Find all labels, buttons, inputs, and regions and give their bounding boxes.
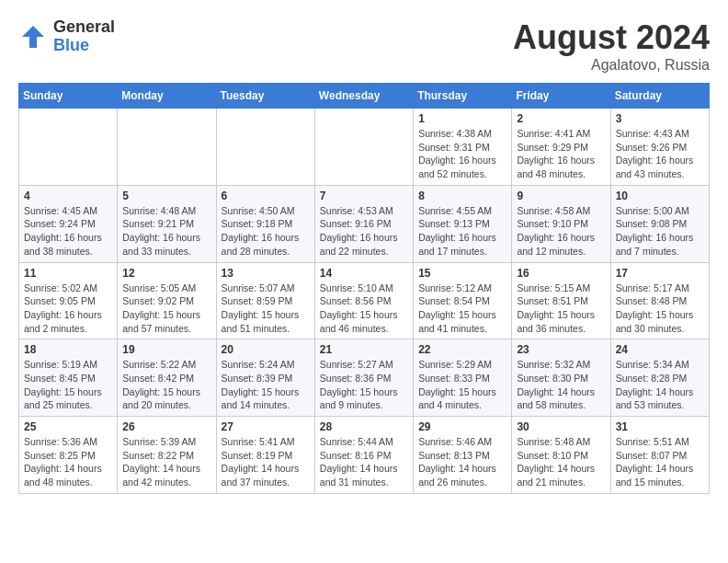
weekday-tuesday: Tuesday xyxy=(216,84,314,109)
day-cell-26-4-1: 26Sunrise: 5:39 AMSunset: 8:22 PMDayligh… xyxy=(118,417,216,494)
day-cell-29-4-4: 29Sunrise: 5:46 AMSunset: 8:13 PMDayligh… xyxy=(414,417,512,494)
day-cell-16-2-5: 16Sunrise: 5:15 AMSunset: 8:51 PMDayligh… xyxy=(512,262,610,339)
weekday-sunday: Sunday xyxy=(19,84,118,109)
day-number-24: 24 xyxy=(616,343,704,356)
svg-marker-0 xyxy=(22,26,44,48)
week-row-5: 25Sunrise: 5:36 AMSunset: 8:25 PMDayligh… xyxy=(19,417,710,494)
day-info-25: Sunrise: 5:36 AMSunset: 8:25 PMDaylight:… xyxy=(24,435,112,489)
day-number-25: 25 xyxy=(24,420,112,433)
day-number-10: 10 xyxy=(616,190,704,202)
day-cell-15-2-4: 15Sunrise: 5:12 AMSunset: 8:54 PMDayligh… xyxy=(414,262,512,339)
day-number-29: 29 xyxy=(418,420,506,433)
weekday-saturday: Saturday xyxy=(610,84,709,109)
day-number-6: 6 xyxy=(222,190,310,202)
day-info-11: Sunrise: 5:02 AMSunset: 9:05 PMDaylight:… xyxy=(24,282,112,336)
day-number-2: 2 xyxy=(517,112,605,125)
day-info-29: Sunrise: 5:46 AMSunset: 8:13 PMDaylight:… xyxy=(418,435,506,489)
day-info-23: Sunrise: 5:32 AMSunset: 8:30 PMDaylight:… xyxy=(517,358,605,412)
day-info-30: Sunrise: 5:48 AMSunset: 8:10 PMDaylight:… xyxy=(517,435,605,489)
day-number-30: 30 xyxy=(517,420,605,433)
day-info-26: Sunrise: 5:39 AMSunset: 8:22 PMDaylight:… xyxy=(122,435,210,489)
day-number-14: 14 xyxy=(320,267,408,280)
day-info-31: Sunrise: 5:51 AMSunset: 8:07 PMDaylight:… xyxy=(616,435,704,489)
logo-general: General xyxy=(53,18,115,37)
day-number-20: 20 xyxy=(222,343,310,356)
day-info-13: Sunrise: 5:07 AMSunset: 8:59 PMDaylight:… xyxy=(222,282,310,336)
day-number-19: 19 xyxy=(122,343,210,356)
week-row-1: 1Sunrise: 4:38 AMSunset: 9:31 PMDaylight… xyxy=(19,109,710,186)
day-info-24: Sunrise: 5:34 AMSunset: 8:28 PMDaylight:… xyxy=(616,358,704,412)
day-number-1: 1 xyxy=(418,112,506,125)
day-info-10: Sunrise: 5:00 AMSunset: 9:08 PMDaylight:… xyxy=(616,204,704,259)
day-info-8: Sunrise: 4:55 AMSunset: 9:13 PMDaylight:… xyxy=(418,204,506,259)
day-info-1: Sunrise: 4:38 AMSunset: 9:31 PMDaylight:… xyxy=(418,127,506,181)
weekday-monday: Monday xyxy=(118,84,216,109)
day-cell-17-2-6: 17Sunrise: 5:17 AMSunset: 8:48 PMDayligh… xyxy=(610,262,709,339)
day-cell-10-1-6: 10Sunrise: 5:00 AMSunset: 9:08 PMDayligh… xyxy=(610,185,709,262)
day-cell-empty-0-1 xyxy=(118,109,216,186)
logo-icon xyxy=(18,22,48,52)
weekday-friday: Friday xyxy=(512,84,610,109)
day-cell-20-3-2: 20Sunrise: 5:24 AMSunset: 8:39 PMDayligh… xyxy=(216,339,314,417)
day-number-26: 26 xyxy=(122,420,210,433)
day-info-20: Sunrise: 5:24 AMSunset: 8:39 PMDaylight:… xyxy=(222,358,310,412)
week-row-2: 4Sunrise: 4:45 AMSunset: 9:24 PMDaylight… xyxy=(19,185,710,262)
day-cell-2-0-5: 2Sunrise: 4:41 AMSunset: 9:29 PMDaylight… xyxy=(512,109,610,186)
day-number-11: 11 xyxy=(24,267,112,280)
day-number-21: 21 xyxy=(320,343,408,356)
day-cell-8-1-4: 8Sunrise: 4:55 AMSunset: 9:13 PMDaylight… xyxy=(414,185,512,262)
day-cell-11-2-0: 11Sunrise: 5:02 AMSunset: 9:05 PMDayligh… xyxy=(19,262,118,339)
day-info-16: Sunrise: 5:15 AMSunset: 8:51 PMDaylight:… xyxy=(517,282,605,336)
day-number-23: 23 xyxy=(517,343,605,356)
logo-blue: Blue xyxy=(53,37,115,55)
day-number-18: 18 xyxy=(24,343,112,356)
weekday-header-row: SundayMondayTuesdayWednesdayThursdayFrid… xyxy=(19,84,710,109)
day-cell-5-1-1: 5Sunrise: 4:48 AMSunset: 9:21 PMDaylight… xyxy=(118,185,216,262)
day-info-4: Sunrise: 4:45 AMSunset: 9:24 PMDaylight:… xyxy=(24,204,112,259)
title-location: Agalatovo, Russia xyxy=(513,57,710,74)
day-cell-9-1-5: 9Sunrise: 4:58 AMSunset: 9:10 PMDaylight… xyxy=(512,185,610,262)
day-number-8: 8 xyxy=(418,190,506,202)
day-cell-3-0-6: 3Sunrise: 4:43 AMSunset: 9:26 PMDaylight… xyxy=(610,109,709,186)
day-cell-4-1-0: 4Sunrise: 4:45 AMSunset: 9:24 PMDaylight… xyxy=(19,185,118,262)
day-number-15: 15 xyxy=(418,267,506,280)
page-header: General Blue August 2024 Agalatovo, Russ… xyxy=(18,18,710,74)
day-number-5: 5 xyxy=(122,190,210,202)
day-info-12: Sunrise: 5:05 AMSunset: 9:02 PMDaylight:… xyxy=(122,282,210,336)
day-info-21: Sunrise: 5:27 AMSunset: 8:36 PMDaylight:… xyxy=(320,358,408,412)
weekday-thursday: Thursday xyxy=(414,84,512,109)
day-cell-22-3-4: 22Sunrise: 5:29 AMSunset: 8:33 PMDayligh… xyxy=(414,339,512,417)
day-number-31: 31 xyxy=(616,420,704,433)
day-number-4: 4 xyxy=(24,190,112,202)
day-info-14: Sunrise: 5:10 AMSunset: 8:56 PMDaylight:… xyxy=(320,282,408,336)
day-info-18: Sunrise: 5:19 AMSunset: 8:45 PMDaylight:… xyxy=(24,358,112,412)
day-cell-6-1-2: 6Sunrise: 4:50 AMSunset: 9:18 PMDaylight… xyxy=(216,185,314,262)
title-block: August 2024 Agalatovo, Russia xyxy=(513,18,710,74)
day-cell-24-3-6: 24Sunrise: 5:34 AMSunset: 8:28 PMDayligh… xyxy=(610,339,709,417)
day-cell-empty-0-0 xyxy=(19,109,118,186)
day-cell-empty-0-2 xyxy=(216,109,314,186)
day-cell-23-3-5: 23Sunrise: 5:32 AMSunset: 8:30 PMDayligh… xyxy=(512,339,610,417)
day-number-17: 17 xyxy=(616,267,704,280)
day-number-27: 27 xyxy=(222,420,310,433)
day-info-6: Sunrise: 4:50 AMSunset: 9:18 PMDaylight:… xyxy=(222,204,310,259)
day-cell-7-1-3: 7Sunrise: 4:53 AMSunset: 9:16 PMDaylight… xyxy=(314,185,413,262)
day-number-7: 7 xyxy=(320,190,408,202)
title-month-year: August 2024 xyxy=(513,18,710,57)
day-number-22: 22 xyxy=(418,343,506,356)
day-info-19: Sunrise: 5:22 AMSunset: 8:42 PMDaylight:… xyxy=(122,358,210,412)
day-cell-18-3-0: 18Sunrise: 5:19 AMSunset: 8:45 PMDayligh… xyxy=(19,339,118,417)
week-row-4: 18Sunrise: 5:19 AMSunset: 8:45 PMDayligh… xyxy=(19,339,710,417)
day-cell-empty-0-3 xyxy=(314,109,413,186)
day-cell-27-4-2: 27Sunrise: 5:41 AMSunset: 8:19 PMDayligh… xyxy=(216,417,314,494)
day-cell-31-4-6: 31Sunrise: 5:51 AMSunset: 8:07 PMDayligh… xyxy=(610,417,709,494)
logo-text: General Blue xyxy=(53,18,115,55)
day-info-17: Sunrise: 5:17 AMSunset: 8:48 PMDaylight:… xyxy=(616,282,704,336)
day-number-13: 13 xyxy=(222,267,310,280)
day-info-27: Sunrise: 5:41 AMSunset: 8:19 PMDaylight:… xyxy=(222,435,310,489)
day-info-3: Sunrise: 4:43 AMSunset: 9:26 PMDaylight:… xyxy=(616,127,704,181)
logo: General Blue xyxy=(18,18,115,55)
day-number-28: 28 xyxy=(320,420,408,433)
day-cell-28-4-3: 28Sunrise: 5:44 AMSunset: 8:16 PMDayligh… xyxy=(314,417,413,494)
day-number-16: 16 xyxy=(517,267,605,280)
